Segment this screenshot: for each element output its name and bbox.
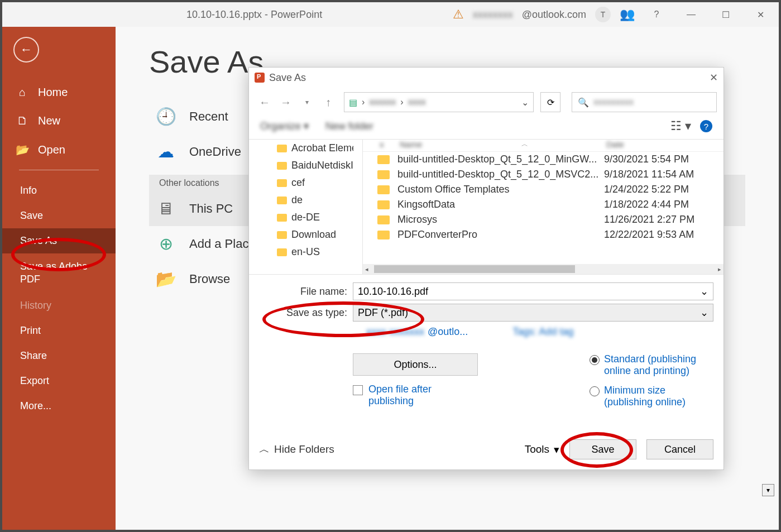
sidebar-home[interactable]: ⌂Home [2, 78, 116, 107]
share-icon[interactable]: 👥 [620, 7, 635, 22]
folder-icon [377, 200, 390, 209]
chevron-down-icon[interactable]: ⌄ [521, 97, 529, 108]
tree-item: cef [249, 174, 362, 191]
optimize-standard-radio[interactable]: Standard (publishing online and printing… [590, 353, 710, 377]
address-bar[interactable]: ▤ ›xxxxxx›xxxx ⌄ [344, 92, 534, 112]
organize-button[interactable]: Organize ▾ [260, 120, 309, 132]
tree-item: de-DE [249, 209, 362, 226]
file-row: PDFConverterPro12/22/2021 9:53 AM [363, 227, 723, 242]
maximize-button[interactable]: ☐ [713, 4, 739, 25]
file-row: Microsys11/26/2021 2:27 PM [363, 212, 723, 227]
folder-icon [277, 231, 287, 239]
tags-field[interactable]: Tags: Add tag [512, 326, 573, 338]
page-scroll-down[interactable]: ▾ [762, 484, 774, 496]
new-folder-button[interactable]: New folder [325, 121, 373, 132]
folder-icon [377, 215, 390, 224]
radio-icon [590, 386, 600, 396]
sidebar-save[interactable]: Save [2, 203, 116, 228]
chevron-down-icon: ▾ [554, 443, 559, 456]
sidebar-new[interactable]: 🗋New [2, 107, 116, 135]
onedrive-icon: ☁ [155, 142, 177, 161]
open-icon: 📂 [16, 143, 29, 156]
folder-icon [277, 179, 287, 187]
home-icon: ⌂ [16, 86, 29, 99]
backstage-sidebar: ← ⌂Home 🗋New 📂Open Info Save Save As Sav… [2, 27, 116, 530]
save-type-label: Save as type: [282, 307, 347, 319]
author-field[interactable]: xxxx xxxxxxx@outlo... [366, 326, 468, 338]
options-button[interactable]: Options... [353, 353, 478, 376]
recent-icon: 🕘 [155, 107, 177, 126]
user-avatar[interactable]: T [595, 7, 611, 22]
file-name-label: File name: [282, 286, 347, 298]
sidebar-info[interactable]: Info [2, 178, 116, 203]
nav-history-dropdown[interactable]: ▾ [298, 93, 316, 111]
folder-chip-icon: ▤ [349, 97, 357, 108]
refresh-button[interactable]: ⟳ [540, 92, 560, 112]
checkbox-icon [353, 385, 363, 395]
sidebar-save-as[interactable]: Save As [2, 228, 116, 253]
folder-icon [277, 162, 287, 170]
dialog-help-button[interactable]: ? [700, 120, 712, 132]
tree-item: de [249, 191, 362, 209]
save-type-dropdown[interactable]: PDF (*.pdf)⌄ [353, 304, 713, 322]
new-icon: 🗋 [16, 114, 29, 127]
folder-icon [377, 185, 390, 194]
chevron-down-icon[interactable]: ⌄ [700, 306, 708, 319]
file-hscrollbar[interactable]: ◂▸ [363, 264, 723, 274]
save-as-dialog: Save As ✕ ← → ▾ ↑ ▤ ›xxxxxx›xxxx ⌄ ⟳ 🔍xx… [248, 67, 724, 470]
tree-scrollbar[interactable]: ▴▾ [353, 140, 362, 274]
title-bar: 10.10-10.16.pptx - PowerPoint ⚠ xxxxxxxx… [2, 2, 779, 27]
hide-folders-button[interactable]: ︿Hide Folders [259, 442, 334, 457]
user-email-blurred: xxxxxxxx [473, 9, 513, 21]
file-name-input[interactable]: 10.10-10.16.pdf⌄ [353, 282, 713, 300]
sidebar-share[interactable]: Share [2, 343, 116, 368]
chevron-down-icon[interactable]: ⌄ [700, 285, 708, 298]
document-title: 10.10-10.16.pptx - PowerPoint [186, 9, 322, 21]
warning-icon: ⚠ [453, 7, 464, 22]
radio-icon [590, 355, 600, 365]
sidebar-print[interactable]: Print [2, 318, 116, 343]
open-after-checkbox[interactable]: Open file after publishing [353, 384, 478, 407]
dialog-close-button[interactable]: ✕ [710, 71, 718, 84]
sidebar-open[interactable]: 📂Open [2, 135, 116, 164]
file-row: Custom Office Templates1/24/2022 5:22 PM [363, 182, 723, 197]
file-row: KingsoftData1/18/2022 4:44 PM [363, 197, 723, 212]
folder-tree[interactable]: Acrobat Eleme BaiduNetdiskI cef de de-DE… [249, 140, 363, 274]
dialog-title: Save As [269, 72, 306, 84]
cancel-button[interactable]: Cancel [646, 439, 713, 459]
user-email-suffix: @outlook.com [522, 9, 586, 21]
view-button[interactable]: ☷ ▾ [670, 119, 691, 133]
nav-up-button[interactable]: ↑ [319, 93, 337, 111]
search-icon: 🔍 [578, 97, 589, 108]
folder-icon [377, 231, 390, 239]
nav-back-button[interactable]: ← [256, 93, 274, 111]
this-pc-icon: 🖥 [155, 199, 177, 218]
back-button[interactable]: ← [13, 37, 39, 63]
powerpoint-icon [255, 73, 265, 83]
tree-item: Download [249, 226, 362, 243]
minimize-button[interactable]: — [678, 4, 704, 25]
folder-icon [277, 145, 287, 152]
browse-icon: 📂 [155, 269, 177, 289]
file-list[interactable]: xNameDate ︿ build-untitled-Desktop_Qt_5_… [363, 140, 723, 274]
close-button[interactable]: ✕ [748, 4, 773, 25]
file-list-header[interactable]: xNameDate ︿ [363, 140, 723, 152]
sidebar-save-adobe[interactable]: Save as Adobe PDF [2, 253, 116, 293]
sidebar-export[interactable]: Export [2, 368, 116, 394]
folder-icon [277, 196, 287, 204]
save-button[interactable]: Save [569, 439, 636, 459]
folder-icon [277, 248, 287, 256]
sidebar-history[interactable]: History [2, 293, 116, 318]
tools-dropdown[interactable]: Tools▾ [525, 443, 559, 456]
nav-forward-button[interactable]: → [277, 93, 295, 111]
sidebar-more[interactable]: More... [2, 394, 116, 419]
dialog-toolbar: Organize ▾ New folder ☷ ▾ ? [249, 113, 723, 140]
search-input[interactable]: 🔍xxxxxxxxx [572, 92, 717, 112]
chevron-up-icon: ︿ [259, 442, 270, 457]
optimize-minimum-radio[interactable]: Minimum size (publishing online) [590, 385, 710, 408]
tree-item: BaiduNetdiskI [249, 157, 362, 174]
dialog-titlebar: Save As ✕ [249, 68, 723, 88]
help-icon[interactable]: ? [644, 4, 669, 25]
folder-icon [277, 214, 287, 222]
tree-item: Acrobat Eleme [249, 140, 362, 157]
